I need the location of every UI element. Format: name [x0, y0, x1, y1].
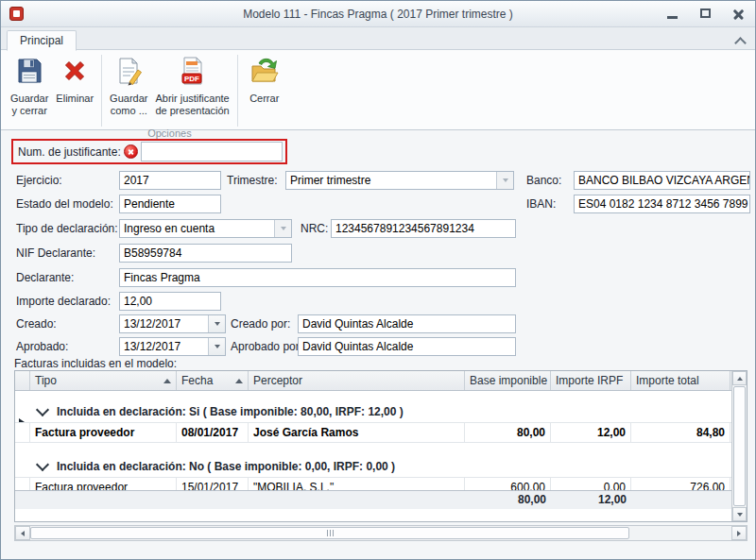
nif-declarante-field[interactable]: B58959784 [119, 244, 292, 263]
aprobado-date-combo[interactable]: 13/12/2017 [119, 337, 226, 356]
column-header-importe-irpf[interactable]: Importe IRPF [551, 371, 631, 390]
scroll-right-icon [737, 531, 741, 536]
ejercicio-label: Ejercicio: [16, 171, 62, 190]
thumb-grip-icon [327, 530, 328, 536]
declarante-label: Declarante: [16, 268, 74, 287]
aprobado-por-field[interactable]: David Quintas Alcalde [298, 337, 516, 356]
nrc-field[interactable]: 1234567891234567891234 [331, 219, 516, 238]
importe-declarado-label: Importe declarado: [16, 292, 111, 311]
ribbon-toolbar: Guardar y cerrar Eliminar Guardar co [1, 50, 755, 130]
dropdown-button[interactable] [208, 315, 225, 332]
creado-date-combo[interactable]: 13/12/2017 [119, 314, 226, 333]
sort-asc-icon [235, 379, 243, 383]
ribbon-separator [101, 55, 102, 127]
estado-label: Estado del modelo: [16, 195, 113, 213]
sort-asc-icon [163, 379, 171, 383]
column-header-base-imponible[interactable]: Base imponible [465, 371, 551, 390]
pdf-document-icon: PDF [178, 56, 208, 90]
group-row-incluida-si[interactable]: Incluida en declaración: Si ( Base impon… [15, 401, 731, 422]
titlebar: Modelo 111 - Fincas Pragma ( 2017 Primer… [1, 1, 755, 27]
group-collapse-icon[interactable] [36, 403, 49, 416]
iban-field[interactable]: ES04 0182 1234 8712 3456 7899 [574, 195, 750, 213]
tipo-declaracion-label: Tipo de declaración: [16, 219, 118, 238]
delete-x-icon [60, 56, 90, 90]
ribbon-group-opciones: Guardar como ... PDF Abrir justificante … [106, 52, 233, 140]
creado-label: Creado: [16, 314, 57, 333]
iban-label: IBAN: [526, 195, 556, 213]
column-header-perceptor[interactable]: Perceptor [249, 371, 465, 390]
nrc-label: NRC: [301, 219, 328, 238]
scroll-up-icon [737, 377, 743, 381]
chevron-down-icon [281, 227, 286, 230]
chevron-down-icon [215, 345, 220, 348]
group-collapse-icon[interactable] [36, 458, 49, 471]
creado-por-label: Creado por: [231, 314, 290, 333]
num-justificante-input[interactable] [141, 142, 283, 161]
ribbon-group-label: Opciones [106, 127, 233, 139]
grid-vertical-scrollbar[interactable] [731, 371, 747, 521]
grid-header-row: Tipo Fecha Perceptor Base imponible Impo… [15, 371, 731, 391]
save-as-button[interactable]: Guardar como ... [106, 52, 151, 127]
app-window: Modelo 111 - Fincas Pragma ( 2017 Primer… [0, 0, 756, 560]
open-pdf-receipt-button[interactable]: PDF Abrir justificante de presentación [151, 52, 232, 127]
banco-label: Banco: [526, 171, 561, 190]
num-justificante-label: Num. de justificante: [18, 145, 124, 159]
vertical-scroll-thumb[interactable] [733, 386, 746, 506]
nif-declarante-label: NIF Declarante: [16, 244, 95, 263]
declarante-field[interactable]: Fincas Pragma [119, 268, 516, 287]
close-form-button[interactable]: Cerrar [246, 52, 284, 127]
aprobado-label: Aprobado: [16, 337, 68, 356]
tab-principal[interactable]: Principal [7, 30, 77, 51]
tipo-declaracion-combo[interactable]: Ingreso en cuenta [119, 219, 292, 238]
chevron-down-icon [215, 322, 220, 326]
banco-field[interactable]: BANCO BILBAO VIZCAYA ARGENTARI [574, 171, 750, 190]
window-title: Modelo 111 - Fincas Pragma ( 2017 Primer… [1, 1, 755, 27]
trimestre-combo[interactable]: Primer trimestre [285, 171, 514, 190]
grid-summary-row: 80,00 12,00 [15, 490, 731, 509]
creado-por-field[interactable]: David Quintas Alcalde [298, 314, 516, 333]
group-row-incluida-no[interactable]: Incluida en declaración: No ( Base impon… [15, 456, 731, 477]
scroll-right-button[interactable] [731, 526, 747, 540]
close-button[interactable] [730, 7, 747, 22]
scroll-down-icon [737, 513, 743, 517]
facturas-grid: Tipo Fecha Perceptor Base imponible Impo… [14, 370, 747, 522]
floppy-disk-icon [14, 56, 44, 90]
summary-importe-irpf: 12,00 [551, 491, 631, 509]
error-icon [124, 144, 138, 159]
dropdown-button[interactable] [208, 338, 225, 355]
horizontal-scroll-thumb[interactable] [30, 527, 629, 539]
dropdown-button[interactable] [274, 220, 291, 237]
ribbon-separator [237, 55, 238, 127]
estado-field[interactable]: Pendiente [119, 195, 221, 213]
maximize-icon [700, 8, 711, 18]
svg-text:PDF: PDF [184, 75, 199, 83]
column-header-fecha[interactable]: Fecha [177, 371, 249, 390]
scroll-left-icon [21, 531, 25, 536]
close-folder-icon [249, 56, 280, 90]
dropdown-button[interactable] [496, 172, 513, 189]
collapse-ribbon-button[interactable] [732, 32, 747, 47]
table-row[interactable]: Factura proveedor 08/01/2017 José García… [15, 422, 731, 443]
summary-base-imponible: 80,00 [465, 491, 551, 509]
importe-declarado-field[interactable]: 12,00 [119, 292, 221, 311]
scroll-down-button[interactable] [732, 507, 747, 521]
delete-button[interactable]: Eliminar [52, 52, 97, 127]
ribbon-tabstrip: Principal [1, 27, 755, 50]
aprobado-por-label: Aprobado por: [231, 337, 302, 356]
indicator-header-cell [15, 371, 30, 390]
horizontal-scrollbar[interactable] [14, 525, 747, 541]
chevron-up-icon [734, 37, 747, 49]
scroll-up-button[interactable] [732, 371, 747, 385]
column-header-tipo[interactable]: Tipo [30, 371, 177, 390]
minimize-icon [667, 16, 678, 19]
num-justificante-error-highlight: Num. de justificante: [11, 139, 287, 164]
ejercicio-field[interactable]: 2017 [119, 171, 221, 190]
maximize-button[interactable] [697, 7, 714, 22]
save-as-icon [113, 56, 144, 90]
scroll-left-button[interactable] [15, 526, 30, 540]
chevron-down-icon [503, 178, 508, 182]
trimestre-label: Trimestre: [227, 171, 278, 190]
save-and-close-button[interactable]: Guardar y cerrar [7, 52, 52, 127]
column-header-importe-total[interactable]: Importe total [631, 371, 730, 390]
minimize-button[interactable] [664, 7, 681, 22]
